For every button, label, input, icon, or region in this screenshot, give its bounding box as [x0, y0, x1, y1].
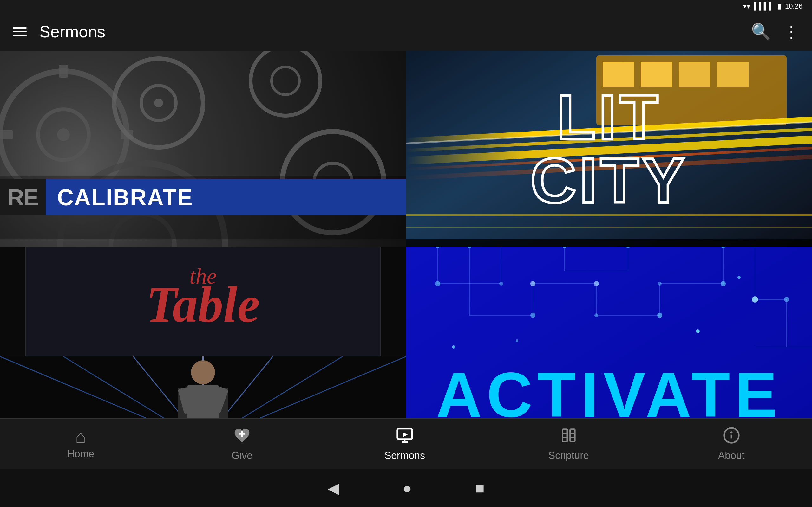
- home-button[interactable]: ●: [403, 480, 412, 497]
- svg-point-86: [784, 297, 789, 302]
- table-svg: the Table: [0, 247, 406, 444]
- activate-card[interactable]: ACTIVATE: [406, 247, 812, 444]
- svg-rect-5: [0, 130, 13, 139]
- app-bar-actions: 🔍 ⋮: [751, 22, 799, 41]
- svg-point-84: [721, 281, 726, 286]
- svg-rect-99: [562, 429, 567, 441]
- svg-point-93: [738, 276, 741, 279]
- recalibrate-card[interactable]: RE CALIBRATE: [0, 51, 406, 247]
- nav-item-scripture[interactable]: Scripture: [536, 421, 602, 466]
- home-label: Home: [67, 448, 94, 460]
- svg-point-80: [499, 282, 503, 285]
- litcity-card[interactable]: LITCITY: [406, 51, 812, 247]
- wifi-icon: ▾▾: [743, 2, 750, 10]
- give-icon: [233, 427, 251, 447]
- give-label: Give: [232, 450, 252, 461]
- svg-point-79: [435, 281, 440, 286]
- about-label: About: [718, 450, 745, 461]
- status-time: 10:26: [785, 2, 803, 10]
- svg-point-88: [595, 314, 598, 317]
- back-button[interactable]: ◀: [328, 479, 339, 497]
- nav-item-about[interactable]: About: [700, 421, 763, 466]
- svg-point-2: [57, 128, 70, 141]
- content-grid: RE CALIBRATE: [0, 51, 812, 444]
- recalibrate-label: RE CALIBRATE: [0, 179, 406, 216]
- re-prefix: RE: [0, 179, 46, 216]
- gears-bg: [0, 51, 406, 247]
- sermons-icon: [395, 427, 414, 447]
- svg-rect-3: [59, 65, 68, 78]
- search-icon[interactable]: 🔍: [751, 22, 771, 41]
- more-icon[interactable]: ⋮: [783, 22, 799, 41]
- svg-point-91: [516, 339, 518, 342]
- svg-marker-96: [403, 432, 408, 437]
- nav-bar: ⌂ Home Give Sermons: [0, 418, 812, 469]
- scripture-icon: [560, 427, 577, 447]
- svg-point-92: [696, 329, 700, 333]
- svg-point-85: [752, 296, 758, 302]
- nav-item-sermons[interactable]: Sermons: [372, 421, 438, 466]
- app-title: Sermons: [39, 22, 751, 41]
- svg-point-83: [658, 282, 662, 285]
- svg-point-90: [452, 345, 455, 349]
- svg-text:Table: Table: [146, 276, 260, 333]
- svg-point-9: [154, 99, 163, 107]
- about-icon: [722, 427, 740, 447]
- nav-item-home[interactable]: ⌂ Home: [49, 423, 112, 465]
- svg-rect-30: [406, 227, 812, 228]
- recents-button[interactable]: ■: [475, 480, 485, 497]
- svg-point-45: [191, 360, 215, 384]
- calibrate-text: CALIBRATE: [46, 179, 406, 216]
- svg-point-89: [657, 313, 662, 318]
- svg-point-82: [594, 281, 599, 286]
- svg-point-12: [251, 51, 320, 116]
- gears-svg: [0, 51, 406, 247]
- svg-rect-31: [406, 239, 812, 247]
- svg-point-87: [530, 313, 536, 318]
- svg-point-13: [271, 67, 299, 95]
- menu-icon[interactable]: [13, 27, 27, 36]
- status-bar: ▾▾ ▌▌▌▌ ▮ 10:26: [0, 0, 812, 13]
- svg-rect-22: [717, 62, 749, 87]
- nav-item-give[interactable]: Give: [210, 421, 274, 466]
- app-bar: Sermons 🔍 ⋮: [0, 13, 812, 51]
- signal-icon: ▌▌▌▌: [754, 2, 774, 10]
- scripture-label: Scripture: [548, 450, 589, 461]
- activate-svg: ACTIVATE: [406, 247, 812, 444]
- sermons-label: Sermons: [385, 450, 425, 461]
- svg-point-81: [530, 281, 536, 286]
- litcity-text: LITCITY: [530, 86, 688, 212]
- home-icon: ⌂: [75, 428, 86, 446]
- table-card[interactable]: the Table: [0, 247, 406, 444]
- battery-icon: ▮: [777, 2, 781, 10]
- svg-rect-21: [679, 62, 711, 87]
- system-nav-bar: ◀ ● ■: [0, 469, 812, 507]
- svg-rect-100: [570, 429, 575, 441]
